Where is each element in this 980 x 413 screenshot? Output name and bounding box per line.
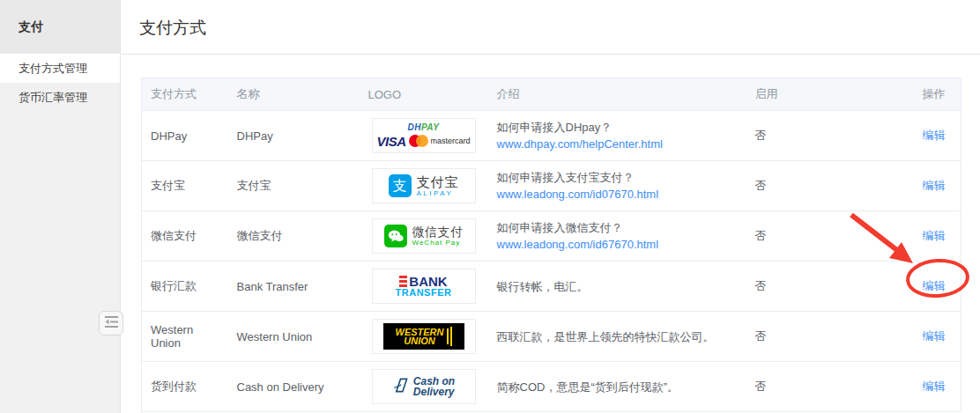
- wechat-bubble-icon: [384, 225, 407, 247]
- col-header-action: 操作: [914, 78, 961, 111]
- mastercard-circles-icon: [409, 135, 428, 147]
- wechat-pay-logo: 微信支付 WeChat Pay: [372, 218, 476, 254]
- menu-fold-icon: [105, 315, 118, 331]
- cash-on-delivery-hand-icon: [392, 377, 409, 396]
- cell-logo: 支 支付宝 ALIPAY: [360, 161, 488, 211]
- cell-enabled: 否: [746, 362, 914, 412]
- intro-link[interactable]: www.leadong.com/id07670.html: [497, 186, 738, 203]
- dhpay-logo: DHPAY VISA mastercard: [372, 118, 476, 153]
- sidebar-item-payment-methods[interactable]: 支付方式管理: [0, 54, 120, 83]
- cell-intro: 如何申请接入支付宝支付？ www.leadong.com/id07670.htm…: [488, 161, 746, 211]
- edit-button[interactable]: 编辑: [923, 129, 946, 142]
- cell-intro: 如何申请接入微信支付？ www.leadong.com/id67670.html: [488, 211, 746, 262]
- cell-name: Cash on Delivery: [228, 362, 360, 412]
- western-union-bars-icon: [447, 327, 452, 346]
- table-row: 支付宝 支付宝 支 支付宝 ALIPAY 如何申请接入支付宝支: [142, 161, 961, 211]
- visa-wordmark: VISA: [376, 134, 405, 149]
- cell-name: DHPay: [228, 111, 360, 161]
- payment-settings-page: 支付 支付方式管理 货币汇率管理 支付方式 支付方式 名称 LOGO: [0, 0, 980, 413]
- table-row: Western Union Western Union WESTERN UNIO…: [142, 312, 961, 362]
- cell-enabled: 否: [746, 111, 914, 161]
- table-row: 银行汇款 Bank Transfer BANK TRANSFER: [142, 262, 961, 312]
- cell-enabled: 否: [746, 262, 914, 312]
- cell-intro: 银行转帐，电汇。: [488, 262, 746, 312]
- edit-button[interactable]: 编辑: [923, 380, 946, 393]
- intro-text: 西联汇款，是世界上领先的特快汇款公司。: [497, 328, 738, 345]
- sidebar-item-currency-rates[interactable]: 货币汇率管理: [0, 83, 120, 112]
- cell-logo: DHPAY VISA mastercard: [360, 111, 488, 161]
- cell-enabled: 否: [746, 211, 914, 262]
- western-union-logo: WESTERN UNION: [372, 319, 476, 354]
- cell-method: 微信支付: [142, 211, 228, 262]
- cell-method: 货到付款: [142, 362, 228, 412]
- intro-text: 银行转帐，电汇。: [497, 278, 738, 295]
- wechat-pay-wordmark: 微信支付: [412, 225, 464, 239]
- cell-name: Western Union: [228, 312, 360, 362]
- cell-enabled: 否: [746, 312, 914, 362]
- dhpay-wordmark: DH: [407, 122, 420, 132]
- intro-text: 简称COD，意思是“货到后付现款”。: [497, 379, 738, 395]
- cell-name: 微信支付: [228, 211, 360, 262]
- col-header-method: 支付方式: [142, 78, 228, 111]
- bank-bars-icon: [399, 276, 407, 287]
- alipay-symbol-icon: 支: [389, 174, 412, 197]
- sidebar-collapse-button[interactable]: [99, 311, 123, 336]
- alipay-logo: 支 支付宝 ALIPAY: [372, 168, 476, 203]
- cell-logo: Cash on Delivery: [360, 362, 488, 412]
- intro-link[interactable]: www.leadong.com/id67670.html: [497, 236, 738, 253]
- edit-button[interactable]: 编辑: [923, 179, 946, 192]
- cell-intro: 如何申请接入DHpay？ www.dhpay.com/helpCenter.ht…: [488, 111, 746, 161]
- cell-name: 支付宝: [228, 161, 360, 211]
- cash-on-delivery-logo: Cash on Delivery: [372, 369, 476, 404]
- cell-intro: 简称COD，意思是“货到后付现款”。: [488, 362, 746, 412]
- mastercard-wordmark: mastercard: [431, 136, 471, 145]
- cell-name: Bank Transfer: [228, 262, 360, 312]
- intro-text: 如何申请接入支付宝支付？: [497, 169, 738, 186]
- payment-methods-table: 支付方式 名称 LOGO 介绍 启用 操作 DHPay DHPay DHPAY: [141, 77, 961, 412]
- cell-logo: 微信支付 WeChat Pay: [360, 211, 488, 262]
- cell-method: 银行汇款: [142, 262, 228, 312]
- bank-transfer-logo: BANK TRANSFER: [372, 269, 476, 304]
- cell-intro: 西联汇款，是世界上领先的特快汇款公司。: [488, 312, 746, 362]
- cell-logo: BANK TRANSFER: [360, 262, 488, 312]
- table-row: 微信支付 微信支付: [142, 211, 961, 262]
- cell-enabled: 否: [746, 161, 914, 211]
- alipay-wordmark: 支付宝: [417, 175, 459, 189]
- table-row: DHPay DHPay DHPAY VISA mastercard: [142, 111, 961, 161]
- intro-text: 如何申请接入微信支付？: [497, 219, 738, 236]
- edit-button[interactable]: 编辑: [923, 329, 946, 343]
- intro-link[interactable]: www.dhpay.com/helpCenter.html: [497, 136, 738, 152]
- col-header-enabled: 启用: [746, 78, 914, 111]
- bank-wordmark: BANK: [409, 275, 447, 288]
- cell-method: DHPay: [142, 111, 228, 161]
- cell-method: 支付宝: [142, 161, 228, 211]
- edit-button[interactable]: 编辑: [923, 229, 946, 242]
- main-header: 支付方式: [122, 0, 980, 55]
- col-header-intro: 介绍: [488, 78, 746, 111]
- col-header-name: 名称: [228, 78, 360, 111]
- col-header-logo: LOGO: [360, 78, 488, 111]
- page-title: 支付方式: [139, 17, 206, 40]
- table-header-row: 支付方式 名称 LOGO 介绍 启用 操作: [142, 78, 961, 111]
- cell-method: Western Union: [142, 312, 228, 362]
- cell-logo: WESTERN UNION: [360, 312, 488, 362]
- table-row: 货到付款 Cash on Delivery Cash: [142, 362, 961, 412]
- sidebar-title: 支付: [0, 0, 120, 54]
- intro-text: 如何申请接入DHpay？: [497, 119, 738, 136]
- edit-button-highlighted[interactable]: 编辑: [923, 279, 946, 292]
- sidebar: 支付 支付方式管理 货币汇率管理: [0, 0, 121, 413]
